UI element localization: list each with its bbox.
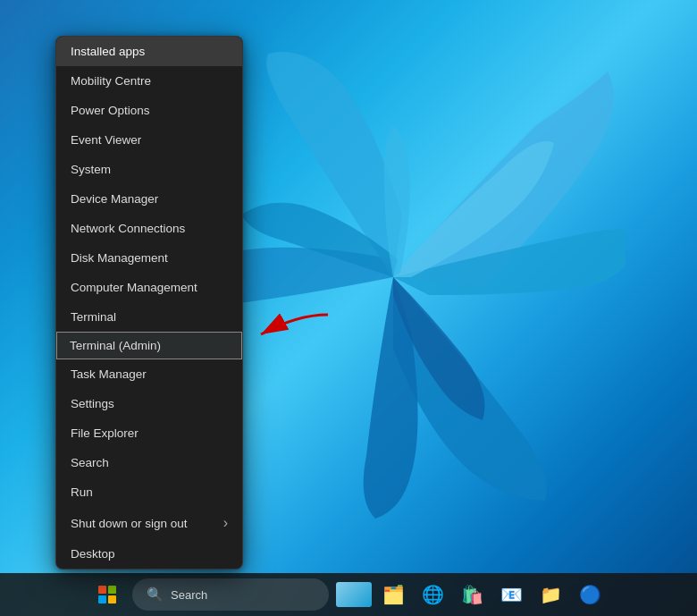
menu-item-desktop[interactable]: Desktop — [56, 539, 242, 569]
taskbar-search[interactable]: 🔍 Search — [132, 578, 329, 611]
taskbar: 🔍 Search 🗂️ 🌐 🛍️ 📧 📁 🔵 — [0, 573, 697, 616]
menu-item-shut-down[interactable]: Shut down or sign out› — [56, 507, 242, 539]
files-icon[interactable]: 📁 — [533, 577, 568, 612]
menu-item-label-system: System — [71, 163, 111, 176]
menu-item-label-device-manager: Device Manager — [71, 192, 158, 206]
menu-item-search[interactable]: Search — [56, 448, 242, 477]
menu-item-file-explorer[interactable]: File Explorer — [56, 418, 242, 448]
menu-item-label-terminal: Terminal — [71, 310, 116, 324]
outlook-icon[interactable]: 📧 — [493, 577, 529, 612]
menu-item-label-computer-management: Computer Management — [71, 281, 197, 294]
submenu-arrow-icon: › — [223, 515, 228, 531]
menu-item-label-desktop: Desktop — [71, 547, 115, 561]
taskbar-thumbnail-widget[interactable] — [336, 577, 372, 612]
menu-item-installed-apps[interactable]: Installed apps — [56, 37, 242, 66]
taskbar-center: 🔍 Search 🗂️ 🌐 🛍️ 📧 📁 🔵 — [89, 577, 608, 612]
menu-item-label-mobility-centre: Mobility Centre — [71, 74, 151, 88]
menu-item-label-power-options: Power Options — [71, 104, 150, 117]
menu-item-label-terminal-admin: Terminal (Admin) — [70, 339, 161, 352]
menu-item-label-search: Search — [71, 456, 109, 469]
search-icon: 🔍 — [147, 586, 164, 603]
menu-item-label-installed-apps: Installed apps — [71, 45, 145, 58]
menu-item-settings[interactable]: Settings — [56, 389, 242, 418]
windows-logo-icon — [98, 586, 116, 603]
menu-item-computer-management[interactable]: Computer Management — [56, 273, 242, 302]
file-manager-icon[interactable]: 🗂️ — [375, 577, 411, 612]
menu-item-task-manager[interactable]: Task Manager — [56, 359, 242, 389]
menu-item-label-file-explorer: File Explorer — [71, 426, 139, 440]
menu-item-mobility-centre[interactable]: Mobility Centre — [56, 66, 242, 96]
menu-item-device-manager[interactable]: Device Manager — [56, 184, 242, 214]
widget-thumbnail — [336, 582, 372, 607]
start-button[interactable] — [89, 577, 125, 612]
menu-item-disk-management[interactable]: Disk Management — [56, 243, 242, 273]
menu-item-network-connections[interactable]: Network Connections — [56, 214, 242, 243]
context-menu: Installed appsMobility CentrePower Optio… — [55, 36, 243, 570]
menu-item-label-run: Run — [71, 485, 93, 499]
menu-item-system[interactable]: System — [56, 155, 242, 184]
menu-item-label-disk-management: Disk Management — [71, 251, 168, 265]
menu-item-run[interactable]: Run — [56, 477, 242, 507]
menu-item-event-viewer[interactable]: Event Viewer — [56, 125, 242, 155]
menu-item-label-shut-down: Shut down or sign out — [71, 517, 188, 530]
menu-item-terminal[interactable]: Terminal — [56, 302, 242, 332]
menu-item-label-settings: Settings — [71, 397, 114, 410]
ms-store-icon[interactable]: 🛍️ — [454, 577, 490, 612]
menu-item-power-options[interactable]: Power Options — [56, 96, 242, 125]
edge-icon[interactable]: 🌐 — [415, 577, 450, 612]
menu-item-label-event-viewer: Event Viewer — [71, 133, 141, 147]
menu-item-label-task-manager: Task Manager — [71, 367, 147, 381]
chrome-icon[interactable]: 🔵 — [572, 577, 608, 612]
taskbar-search-label: Search — [171, 588, 207, 602]
menu-item-terminal-admin[interactable]: Terminal (Admin) — [56, 332, 242, 359]
menu-item-label-network-connections: Network Connections — [71, 222, 185, 235]
